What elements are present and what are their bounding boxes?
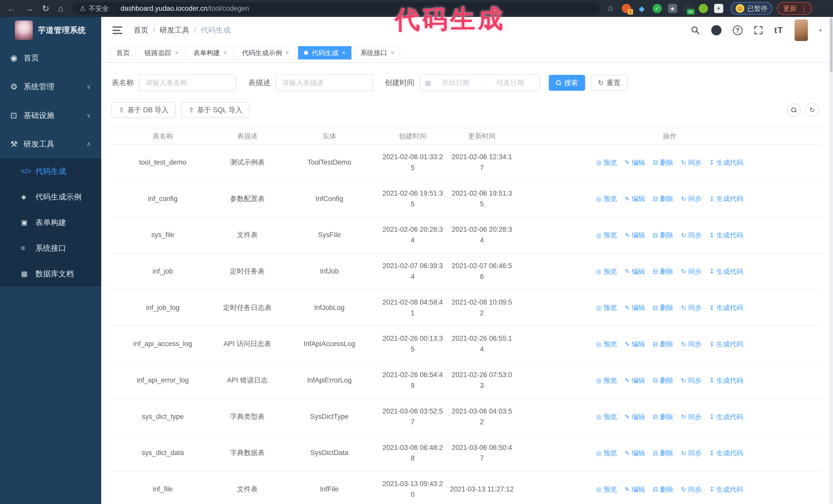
- extension-dark-icon[interactable]: on: [683, 4, 693, 13]
- toggle-search-button[interactable]: [787, 103, 801, 117]
- sidebar-menu-item[interactable]: ⚒ 研发工具 ∧: [0, 130, 101, 159]
- url-path[interactable]: /tool/codegen: [208, 5, 249, 13]
- start-date-field[interactable]: 开始日期: [431, 78, 480, 88]
- import-db-button[interactable]: ⇧ 基于 DB 导入: [112, 102, 175, 118]
- refresh-table-button[interactable]: ↻: [805, 103, 819, 117]
- tag-view-tab[interactable]: 链路追踪 ×: [139, 46, 184, 59]
- generate-code-link[interactable]: ↧生成代码: [709, 303, 743, 313]
- delete-link[interactable]: ⊟删除: [653, 484, 673, 495]
- app-logo[interactable]: 芋道管理系统: [0, 17, 101, 44]
- preview-link[interactable]: ◎预览: [596, 266, 617, 277]
- edit-link[interactable]: ✎编辑: [625, 484, 645, 495]
- sidebar-submenu-item[interactable]: ◈ 代码生成示例: [0, 184, 101, 210]
- update-button[interactable]: 更新 ⋮: [777, 2, 812, 15]
- sync-link[interactable]: ↻同步: [681, 266, 701, 277]
- preview-link[interactable]: ◎预览: [596, 412, 617, 422]
- generate-code-link[interactable]: ↧生成代码: [709, 230, 743, 240]
- sync-link[interactable]: ↻同步: [681, 339, 701, 349]
- sidebar-menu-item[interactable]: ◉ 首页: [0, 44, 101, 72]
- sync-link[interactable]: ↻同步: [681, 448, 701, 458]
- table-desc-input[interactable]: [276, 74, 373, 91]
- sidebar-menu-item[interactable]: ⚙ 系统管理 ∨: [0, 72, 101, 101]
- end-date-field[interactable]: 结束日期: [486, 78, 535, 88]
- edit-link[interactable]: ✎编辑: [625, 230, 645, 240]
- font-size-icon[interactable]: tT: [774, 25, 783, 35]
- tag-view-tab[interactable]: 首页: [111, 46, 136, 59]
- generate-code-link[interactable]: ↧生成代码: [709, 448, 743, 458]
- avatar[interactable]: [794, 20, 808, 41]
- generate-code-link[interactable]: ↧生成代码: [709, 158, 743, 168]
- sync-link[interactable]: ↻同步: [681, 230, 701, 240]
- not-secure-label[interactable]: 不安全: [89, 4, 109, 13]
- preview-link[interactable]: ◎预览: [596, 484, 617, 495]
- home-icon[interactable]: ⌂: [58, 4, 64, 14]
- preview-link[interactable]: ◎预览: [596, 158, 617, 168]
- address-bar[interactable]: ⚠ 不安全 dashboard.yudao.iocoder.cn /tool/c…: [72, 2, 600, 15]
- delete-link[interactable]: ⊟删除: [653, 303, 673, 313]
- delete-link[interactable]: ⊟删除: [653, 339, 673, 349]
- reset-button[interactable]: ↻ 重置: [591, 75, 628, 91]
- extension-green-icon[interactable]: [699, 4, 708, 13]
- kebab-menu-icon[interactable]: ⋮: [800, 4, 807, 13]
- extension-puzzle-icon[interactable]: ✦: [714, 4, 723, 13]
- preview-link[interactable]: ◎预览: [596, 194, 617, 204]
- delete-link[interactable]: ⊟删除: [653, 448, 673, 458]
- edit-link[interactable]: ✎编辑: [625, 448, 645, 458]
- edit-link[interactable]: ✎编辑: [625, 412, 645, 422]
- delete-link[interactable]: ⊟删除: [653, 194, 673, 204]
- import-sql-button[interactable]: ⇧ 基于 SQL 导入: [181, 102, 249, 118]
- search-icon[interactable]: [691, 26, 700, 35]
- reload-icon[interactable]: ↻: [42, 3, 49, 14]
- delete-link[interactable]: ⊟删除: [653, 375, 673, 386]
- delete-link[interactable]: ⊟删除: [653, 412, 673, 422]
- extension-icon[interactable]: 1: [622, 4, 631, 13]
- extension-gem-icon[interactable]: ◆: [637, 4, 646, 13]
- chevron-down-icon[interactable]: ▾: [819, 27, 822, 33]
- delete-link[interactable]: ⊟删除: [653, 230, 673, 240]
- sync-link[interactable]: ↻同步: [681, 375, 701, 386]
- github-icon[interactable]: [711, 25, 721, 35]
- preview-link[interactable]: ◎预览: [596, 339, 617, 349]
- edit-link[interactable]: ✎编辑: [625, 303, 645, 313]
- close-icon[interactable]: ×: [286, 49, 289, 56]
- back-icon[interactable]: ←: [7, 4, 16, 14]
- help-icon[interactable]: ?: [733, 25, 742, 35]
- generate-code-link[interactable]: ↧生成代码: [709, 375, 743, 386]
- url-host[interactable]: dashboard.yudao.iocoder.cn: [120, 5, 207, 13]
- search-button[interactable]: 搜索: [549, 75, 585, 91]
- extension-check-icon[interactable]: ✓: [652, 4, 662, 13]
- close-icon[interactable]: ×: [342, 49, 346, 56]
- delete-link[interactable]: ⊟删除: [653, 158, 673, 168]
- tag-view-tab[interactable]: 表单构建 ×: [187, 46, 233, 59]
- tag-view-tab[interactable]: 代码生成 ×: [298, 46, 351, 59]
- close-icon[interactable]: ×: [223, 49, 227, 56]
- sync-link[interactable]: ↻同步: [681, 484, 701, 495]
- sidebar-submenu-item[interactable]: ▣ 表单构建: [0, 210, 101, 235]
- hamburger-icon[interactable]: [113, 26, 122, 34]
- profile-paused-badge[interactable]: ☺ 已暂停: [731, 2, 772, 15]
- sidebar-submenu-item[interactable]: ≡ 系统接口: [0, 235, 101, 261]
- delete-link[interactable]: ⊟删除: [653, 266, 673, 277]
- edit-link[interactable]: ✎编辑: [625, 194, 645, 204]
- sync-link[interactable]: ↻同步: [681, 194, 701, 204]
- sidebar-submenu-item[interactable]: </> 代码生成: [0, 159, 101, 184]
- sync-link[interactable]: ↻同步: [681, 303, 701, 313]
- bookmark-star-icon[interactable]: ☆: [607, 4, 614, 13]
- sync-link[interactable]: ↻同步: [681, 158, 701, 168]
- breadcrumb-home[interactable]: 首页: [134, 25, 148, 35]
- page-scrollbar[interactable]: [829, 17, 833, 504]
- preview-link[interactable]: ◎预览: [596, 230, 617, 240]
- preview-link[interactable]: ◎预览: [596, 448, 617, 458]
- generate-code-link[interactable]: ↧生成代码: [709, 266, 743, 277]
- edit-link[interactable]: ✎编辑: [625, 375, 645, 386]
- date-range-picker[interactable]: ▦ 开始日期 - 结束日期: [420, 74, 540, 91]
- breadcrumb-devtools[interactable]: 研发工具: [160, 25, 189, 35]
- preview-link[interactable]: ◎预览: [596, 303, 617, 313]
- edit-link[interactable]: ✎编辑: [625, 266, 645, 277]
- preview-link[interactable]: ◎预览: [596, 375, 617, 386]
- generate-code-link[interactable]: ↧生成代码: [709, 484, 743, 495]
- forward-icon[interactable]: →: [25, 4, 33, 14]
- tag-view-tab[interactable]: 代码生成示例 ×: [236, 46, 295, 59]
- edit-link[interactable]: ✎编辑: [625, 339, 645, 349]
- sync-link[interactable]: ↻同步: [681, 412, 701, 422]
